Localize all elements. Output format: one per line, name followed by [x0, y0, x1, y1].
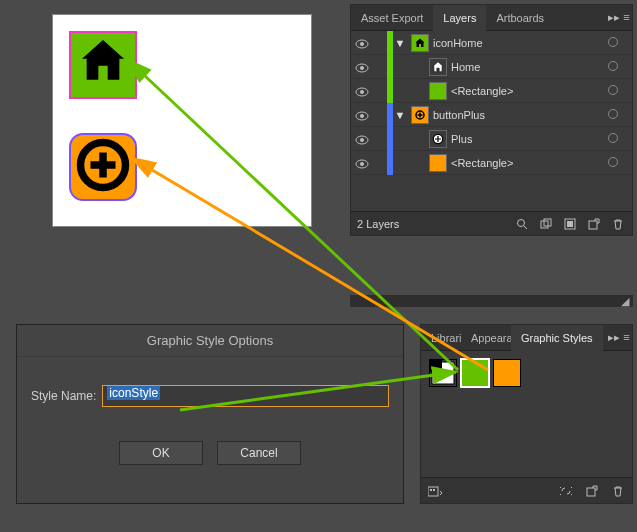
layer-name[interactable]: iconHome [433, 37, 604, 49]
layer-thumbnail [429, 58, 447, 76]
tab-graphic-styles[interactable]: Graphic Styles [511, 325, 603, 351]
layer-thumbnail [429, 130, 447, 148]
svg-point-14 [360, 162, 364, 166]
svg-point-15 [518, 219, 525, 226]
tab-asset-export[interactable]: Asset Export [351, 5, 433, 31]
disclosure-triangle-icon[interactable]: ▼ [393, 37, 407, 49]
visibility-toggle-icon[interactable] [351, 108, 373, 120]
trash-icon[interactable] [610, 483, 626, 499]
layer-name[interactable]: Plus [451, 133, 604, 145]
layer-thumbnail [429, 82, 447, 100]
svg-rect-25 [433, 489, 435, 491]
ok-button[interactable]: OK [119, 441, 203, 465]
layer-row[interactable]: <Rectangle> [351, 151, 632, 175]
svg-rect-20 [589, 221, 597, 229]
layer-name[interactable]: buttonPlus [433, 109, 604, 121]
target-icon[interactable] [604, 133, 622, 145]
svg-rect-26 [587, 488, 595, 496]
svg-rect-22 [430, 360, 442, 372]
target-icon[interactable] [604, 85, 622, 97]
layers-panel: Asset Export Layers Artboards ▸▸ ≡ ▼icon… [350, 4, 633, 236]
break-link-icon[interactable] [558, 483, 574, 499]
panel-tabs: Asset Export Layers Artboards ▸▸ ≡ [351, 5, 632, 31]
selection-color [387, 55, 393, 79]
selection-color [387, 79, 393, 103]
new-layer-icon[interactable] [586, 216, 602, 232]
home-icon [75, 33, 131, 89]
graphic-style-options-dialog: Graphic Style Options Style Name: iconSt… [16, 324, 404, 504]
layer-row[interactable]: ▼iconHome [351, 31, 632, 55]
style-name-label: Style Name: [31, 389, 96, 403]
graphic-styles-panel: Libraries Appearance Graphic Styles ▸▸ ≡ [420, 324, 633, 504]
styles-panel-menu-icon[interactable]: ▸▸ ≡ [606, 331, 632, 344]
styles-panel-footer [421, 477, 632, 503]
layer-row[interactable]: ▼buttonPlus [351, 103, 632, 127]
graphic-style-swatch[interactable] [461, 359, 489, 387]
layer-row[interactable]: Home [351, 55, 632, 79]
selection-color [387, 151, 393, 175]
trash-icon[interactable] [610, 216, 626, 232]
tab-artboards[interactable]: Artboards [486, 5, 554, 31]
icon-home-object[interactable] [69, 31, 137, 99]
svg-rect-23 [428, 487, 438, 496]
plus-circle-icon [73, 135, 133, 195]
tab-appearance[interactable]: Appearance [461, 325, 511, 351]
svg-rect-24 [430, 489, 432, 491]
panel-resize-handle[interactable]: ◢ [350, 295, 633, 307]
layer-thumbnail [411, 106, 429, 124]
layer-name[interactable]: Home [451, 61, 604, 73]
visibility-toggle-icon[interactable] [351, 156, 373, 168]
visibility-toggle-icon[interactable] [351, 60, 373, 72]
tab-layers[interactable]: Layers [433, 5, 486, 31]
layer-thumbnail [411, 34, 429, 52]
layers-count: 2 Layers [357, 218, 399, 230]
svg-point-2 [360, 42, 364, 46]
styles-library-menu-icon[interactable] [427, 483, 443, 499]
visibility-toggle-icon[interactable] [351, 132, 373, 144]
visibility-toggle-icon[interactable] [351, 36, 373, 48]
disclosure-triangle-icon[interactable]: ▼ [393, 109, 407, 121]
visibility-toggle-icon[interactable] [351, 84, 373, 96]
svg-rect-19 [567, 221, 573, 227]
svg-point-8 [360, 114, 364, 118]
layer-name[interactable]: <Rectangle> [451, 85, 604, 97]
layer-name[interactable]: <Rectangle> [451, 157, 604, 169]
locate-object-icon[interactable] [514, 216, 530, 232]
graphic-style-swatch[interactable] [429, 359, 457, 387]
svg-point-6 [360, 90, 364, 94]
style-name-input[interactable]: iconStyle [102, 385, 389, 407]
artboard-preview [52, 14, 312, 227]
svg-point-4 [360, 66, 364, 70]
target-icon[interactable] [604, 61, 622, 73]
cancel-button[interactable]: Cancel [217, 441, 301, 465]
selection-color [387, 127, 393, 151]
button-plus-object[interactable] [69, 133, 137, 201]
svg-point-11 [360, 138, 364, 142]
dialog-title: Graphic Style Options [17, 325, 403, 357]
target-icon[interactable] [604, 37, 622, 49]
tab-libraries[interactable]: Libraries [421, 325, 461, 351]
new-sublayer-icon[interactable] [562, 216, 578, 232]
make-clipping-mask-icon[interactable] [538, 216, 554, 232]
target-icon[interactable] [604, 109, 622, 121]
new-style-icon[interactable] [584, 483, 600, 499]
layers-panel-footer: 2 Layers [351, 211, 632, 235]
layer-row[interactable]: <Rectangle> [351, 79, 632, 103]
target-icon[interactable] [604, 157, 622, 169]
graphic-style-swatch[interactable] [493, 359, 521, 387]
styles-panel-tabs: Libraries Appearance Graphic Styles ▸▸ ≡ [421, 325, 632, 351]
layer-thumbnail [429, 154, 447, 172]
layer-row[interactable]: Plus [351, 127, 632, 151]
panel-menu-icon[interactable]: ▸▸ ≡ [606, 11, 632, 24]
